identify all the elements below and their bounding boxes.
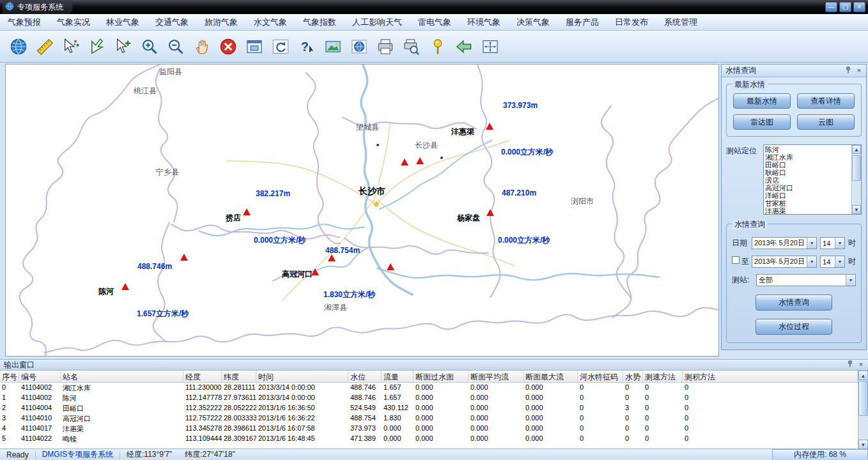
water-query-button[interactable]: 水情查询 bbox=[756, 295, 832, 310]
pin-icon[interactable] bbox=[844, 66, 853, 75]
hour-to-combo[interactable]: 14 ▼ bbox=[820, 256, 845, 268]
menu-item-10[interactable]: 环境气象 bbox=[467, 17, 500, 28]
dropdown-arrow-icon[interactable]: ▼ bbox=[846, 275, 855, 286]
menu-item-14[interactable]: 系统管理 bbox=[664, 17, 697, 28]
station-list-item-6[interactable]: 高冠河口 bbox=[765, 184, 850, 192]
column-header[interactable]: 水位 bbox=[348, 371, 382, 382]
station-marker-icon[interactable] bbox=[416, 157, 424, 164]
table-row[interactable]: 141104002陈河112.14777827.9736112013/3/14 … bbox=[0, 393, 858, 403]
station-marker-icon[interactable] bbox=[311, 268, 319, 275]
column-header[interactable]: 纬度 bbox=[222, 371, 256, 382]
column-header[interactable]: 时间 bbox=[256, 371, 348, 382]
station-marker-icon[interactable] bbox=[121, 283, 129, 290]
station-list-item-7[interactable]: 洋峪口 bbox=[765, 192, 850, 199]
column-header[interactable]: 断面平均流 bbox=[469, 371, 523, 382]
station-list-item-4[interactable]: 耿峪口 bbox=[765, 169, 850, 176]
column-header[interactable]: 流量 bbox=[382, 371, 414, 382]
menu-item-5[interactable]: 旅游气象 bbox=[205, 17, 238, 28]
table-row[interactable]: 041104002湘江水库111.23000028.2811112013/3/1… bbox=[0, 383, 858, 393]
map-canvas[interactable]: 益阳县桃江县宁乡县望城县长沙县浏阳市湘潭县长沙市★捞店陈河高冠河口杨家盘沣惠渠3… bbox=[5, 64, 719, 356]
scroll-down-icon[interactable]: ▼ bbox=[852, 205, 861, 214]
station-list-item-8[interactable]: 甘家桩 bbox=[765, 199, 850, 207]
column-header[interactable]: 断面过水面 bbox=[414, 371, 469, 382]
station-list-item-3[interactable]: 田峪口 bbox=[765, 161, 850, 169]
station-marker-icon[interactable] bbox=[486, 209, 494, 216]
column-header[interactable]: 站名 bbox=[61, 371, 183, 382]
station-list-item-1[interactable]: 陈河 bbox=[765, 146, 850, 153]
dropdown-arrow-icon[interactable]: ▼ bbox=[807, 256, 816, 267]
scroll-up-icon[interactable]: ▲ bbox=[858, 371, 868, 380]
close-output-icon[interactable]: × bbox=[856, 360, 865, 369]
full-extent-icon[interactable] bbox=[244, 35, 265, 58]
output-scrollbar[interactable]: ▲ ▼ bbox=[858, 371, 868, 449]
menu-item-13[interactable]: 日常发布 bbox=[615, 17, 648, 28]
column-header[interactable]: 经度 bbox=[183, 371, 222, 382]
radar-chart-button[interactable]: 雷达图 bbox=[733, 114, 791, 130]
menu-item-1[interactable]: 气象预报 bbox=[8, 17, 41, 28]
menu-item-9[interactable]: 雷电气象 bbox=[418, 17, 451, 28]
pan-hand-icon[interactable] bbox=[191, 35, 213, 58]
close-button[interactable]: × bbox=[853, 2, 865, 12]
clear-icon[interactable] bbox=[217, 35, 239, 58]
pin-icon[interactable] bbox=[846, 360, 855, 369]
menu-item-12[interactable]: 服务产品 bbox=[566, 17, 599, 28]
column-header[interactable]: 测积方法 bbox=[683, 371, 858, 382]
water-level-process-button[interactable]: 水位过程 bbox=[756, 319, 832, 335]
zoom-out-icon[interactable] bbox=[165, 35, 187, 58]
column-header[interactable]: 编号 bbox=[19, 371, 61, 382]
back-arrow-icon[interactable] bbox=[453, 35, 475, 58]
scroll-thumb[interactable] bbox=[858, 381, 868, 416]
help-icon[interactable]: ? bbox=[296, 35, 318, 58]
table-row[interactable]: 541104022鸣犊113.10944428.3091672013/1/6 1… bbox=[0, 434, 858, 444]
station-marker-icon[interactable] bbox=[243, 208, 251, 215]
select-plus-icon[interactable] bbox=[112, 35, 134, 58]
poi-pin-icon[interactable] bbox=[427, 35, 449, 58]
station-list-item-5[interactable]: 涝店 bbox=[765, 176, 850, 184]
legend-image-icon[interactable] bbox=[322, 35, 344, 58]
dropdown-arrow-icon[interactable]: ▼ bbox=[807, 238, 816, 249]
station-marker-icon[interactable] bbox=[180, 254, 188, 261]
latest-water-button[interactable]: 最新水情 bbox=[733, 93, 791, 109]
identify-arrow-icon[interactable] bbox=[86, 35, 108, 58]
hour-from-combo[interactable]: 14 ▼ bbox=[820, 237, 845, 249]
station-list-item-2[interactable]: 湘江水库 bbox=[765, 153, 850, 161]
station-marker-icon[interactable] bbox=[328, 254, 336, 261]
world-window-icon[interactable] bbox=[348, 35, 370, 58]
table-row[interactable]: 441104017沣惠渠113.34527828.3986112013/1/6 … bbox=[0, 424, 858, 434]
minimize-button[interactable]: — bbox=[825, 2, 837, 12]
maximize-button[interactable]: ▢ bbox=[839, 2, 851, 12]
station-marker-icon[interactable] bbox=[387, 263, 394, 270]
table-row[interactable]: 241104004田峪口112.35222228.0522222013/1/6 … bbox=[0, 403, 858, 413]
view-details-button[interactable]: 查看详情 bbox=[797, 93, 855, 109]
close-panel-icon[interactable]: × bbox=[855, 66, 864, 75]
date-to-combo[interactable]: 2013年 5月20日 ▼ bbox=[752, 256, 817, 268]
station-combo[interactable]: 全部 ▼ bbox=[756, 274, 856, 286]
station-list-item-9[interactable]: 沣惠渠 bbox=[765, 207, 850, 214]
menu-item-8[interactable]: 人工影响天气 bbox=[352, 17, 402, 28]
column-header[interactable]: 序号 bbox=[0, 371, 19, 382]
select-feature-icon[interactable] bbox=[60, 35, 82, 58]
zoom-in-icon[interactable] bbox=[139, 35, 160, 58]
column-header[interactable]: 断面最大流 bbox=[523, 371, 578, 382]
table-row[interactable]: 341104010高冠河口112.75722228.0033332013/1/6… bbox=[0, 413, 858, 424]
menu-item-7[interactable]: 气象指数 bbox=[303, 17, 336, 28]
cloud-image-button[interactable]: 云图 bbox=[797, 114, 855, 130]
column-header[interactable]: 测速方法 bbox=[643, 371, 683, 382]
refresh-icon[interactable] bbox=[270, 35, 291, 58]
station-marker-icon[interactable] bbox=[401, 158, 408, 165]
scroll-up-icon[interactable]: ▲ bbox=[852, 145, 861, 154]
scroll-thumb[interactable] bbox=[852, 155, 861, 181]
globe-icon[interactable] bbox=[8, 35, 29, 58]
zoom-window-icon[interactable] bbox=[479, 35, 501, 58]
to-checkbox[interactable] bbox=[732, 256, 740, 264]
dropdown-arrow-icon[interactable]: ▼ bbox=[835, 238, 844, 249]
print-preview-icon[interactable] bbox=[401, 35, 422, 58]
scroll-down-icon[interactable]: ▼ bbox=[858, 440, 868, 449]
column-header[interactable]: 河水特征码 bbox=[578, 371, 623, 382]
column-header[interactable]: 水势 bbox=[623, 371, 643, 382]
menu-item-6[interactable]: 水文气象 bbox=[254, 17, 287, 28]
menu-item-11[interactable]: 决策气象 bbox=[516, 17, 550, 28]
station-list-scrollbar[interactable]: ▲ ▼ bbox=[851, 145, 861, 214]
menu-item-4[interactable]: 交通气象 bbox=[155, 17, 189, 28]
measure-icon[interactable] bbox=[34, 35, 56, 58]
